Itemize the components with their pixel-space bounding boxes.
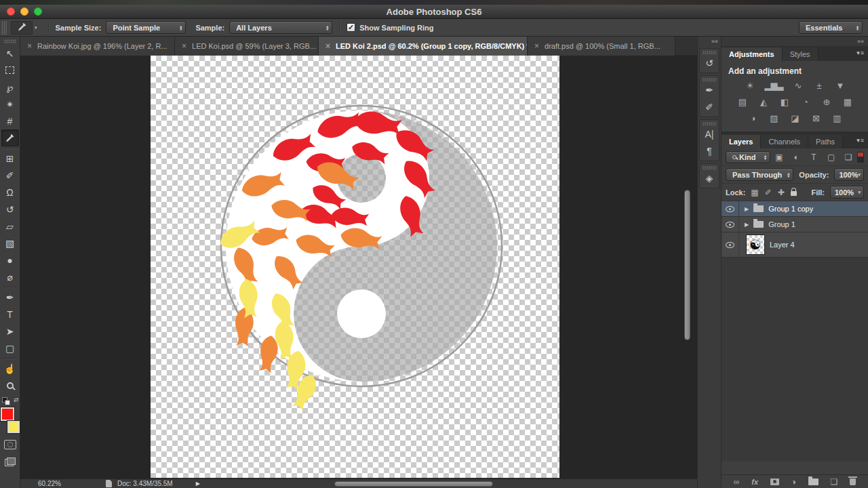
foreground-color-swatch[interactable] [1, 407, 14, 421]
shape-tool[interactable]: ▢ [1, 340, 19, 357]
layer-row-content[interactable]: ▶Group 1 copy [739, 201, 868, 216]
type-tool[interactable]: T [1, 306, 19, 323]
disclosure-triangle-icon[interactable]: ▶ [745, 222, 749, 228]
selective-color-icon[interactable]: ▥ [831, 113, 843, 123]
panel-menu-icon[interactable]: ▾≡ [856, 137, 865, 144]
eyedropper-tool[interactable] [1, 129, 19, 146]
layer-mask-icon[interactable] [770, 479, 779, 485]
tab-paths[interactable]: Paths [808, 135, 843, 148]
color-lookup-icon[interactable]: ▦ [842, 96, 854, 107]
color-balance-icon[interactable]: ◭ [757, 96, 770, 107]
hue-saturation-icon[interactable]: ▤ [736, 96, 749, 107]
adjustment-layer-icon[interactable]: ◑ [791, 477, 796, 487]
vibrance-icon[interactable]: ▼ [834, 80, 846, 91]
document-tab[interactable]: ×draft.psd @ 100% (Small 1, RGB... [528, 37, 675, 56]
close-tab-icon[interactable]: × [27, 41, 32, 51]
lock-transparency-icon[interactable]: ▦ [751, 188, 758, 197]
layer-row-content[interactable]: ☯Layer 4 [739, 232, 868, 257]
black-white-icon[interactable]: ◧ [778, 96, 791, 107]
close-tab-icon[interactable]: × [326, 41, 330, 51]
dodge-tool[interactable]: ⌀ [1, 268, 19, 285]
layer-fx-icon[interactable]: fx [751, 478, 758, 486]
horizontal-scrollbar[interactable] [334, 481, 493, 487]
type-filter-icon[interactable]: T [805, 152, 823, 162]
magic-wand-tool[interactable]: ✴ [1, 96, 19, 113]
brush-tool[interactable]: ✐ [1, 167, 19, 184]
smart-filter-icon[interactable]: ❏ [840, 152, 857, 162]
levels-icon[interactable]: ▂▆▃ [765, 80, 783, 91]
threshold-icon[interactable]: ◪ [789, 113, 801, 123]
shape-filter-icon[interactable]: ▢ [823, 152, 840, 162]
filter-kind-select[interactable]: Kind ▴▾ [726, 151, 770, 163]
eye-icon[interactable] [726, 222, 734, 228]
pixel-filter-icon[interactable]: ▣ [770, 152, 788, 162]
character-panel-icon[interactable]: A| [700, 125, 719, 142]
invert-icon[interactable]: ◑ [747, 113, 759, 123]
adjustment-filter-icon[interactable]: ◐ [788, 152, 806, 162]
panel-menu-icon[interactable]: ▾≡ [856, 49, 865, 56]
layer-thumbnail[interactable]: ☯ [746, 235, 765, 255]
lock-all-icon[interactable] [791, 191, 797, 196]
zoom-percent-field[interactable]: 60.22% [38, 480, 85, 487]
path-selection-tool[interactable]: ➤ [1, 323, 19, 340]
tab-styles[interactable]: Styles [783, 47, 818, 61]
exposure-icon[interactable]: ± [813, 80, 825, 91]
history-brush-tool[interactable]: ↺ [1, 201, 19, 218]
gradient-map-icon[interactable]: ⊠ [810, 113, 822, 123]
document-tab[interactable]: ×Rainbow Koi.jpg @ 196% (Layer 2, R... [20, 37, 175, 56]
default-swatches[interactable]: ⇄ [1, 396, 19, 406]
new-layer-icon[interactable]: ❏ [831, 477, 838, 487]
expand-dock-icon[interactable]: «« [698, 37, 721, 46]
photo-filter-icon[interactable]: ◔ [800, 96, 812, 107]
lock-move-icon[interactable]: ✚ [778, 188, 785, 197]
visibility-cell[interactable] [722, 232, 739, 257]
close-tab-icon[interactable]: × [182, 41, 186, 51]
opacity-select[interactable]: 100% ▾ [834, 168, 864, 181]
layer-row-content[interactable]: ▶Group 1 [739, 217, 868, 232]
visibility-cell[interactable] [722, 217, 739, 232]
vertical-scrollbar[interactable] [684, 190, 690, 340]
document-tab[interactable]: ×LED Koi 2.psd @ 60.2% (Group 1 copy, RG… [319, 37, 528, 56]
collapse-panels-icon[interactable]: »» [722, 37, 868, 46]
fill-select[interactable]: 100% ▾ [830, 186, 864, 199]
canvas-area[interactable] [20, 56, 697, 479]
tab-adjustments[interactable]: Adjustments [722, 47, 783, 61]
brush-presets-panel-icon[interactable]: ✒ [700, 81, 719, 98]
delete-layer-icon[interactable] [850, 479, 856, 485]
hand-tool[interactable]: ☝ [1, 360, 19, 377]
link-layers-icon[interactable]: ∞ [734, 477, 740, 487]
channel-mixer-icon[interactable]: ⊕ [821, 96, 833, 107]
layer-filter-toggle[interactable] [857, 152, 864, 163]
visibility-cell[interactable] [722, 201, 739, 216]
eye-icon[interactable] [726, 206, 734, 212]
show-sampling-ring-checkbox[interactable]: ✓ [347, 23, 355, 32]
tab-channels[interactable]: Channels [761, 135, 808, 148]
screen-mode-button[interactable] [5, 458, 16, 466]
tools-grip[interactable] [4, 39, 16, 43]
sample-size-select[interactable]: Point Sample ▴▾ [106, 21, 186, 34]
curves-icon[interactable]: ∿ [792, 80, 804, 91]
eraser-tool[interactable]: ▱ [1, 218, 19, 235]
brightness-contrast-icon[interactable]: ☀ [744, 80, 756, 91]
document-tab[interactable]: ×LED Koi.psd @ 59% (Layer 3, RGB... [175, 37, 319, 56]
document-canvas[interactable] [151, 56, 559, 478]
paint-bucket-tool[interactable]: ▧ [1, 235, 19, 251]
swap-colors-icon[interactable]: ⇄ [14, 396, 19, 403]
tool-preset-chevron[interactable]: ▾ [35, 25, 37, 30]
blur-tool[interactable]: ● [1, 251, 19, 268]
current-tool-button[interactable] [11, 21, 33, 35]
quick-mask-button[interactable] [4, 440, 16, 449]
eye-icon[interactable] [726, 242, 734, 248]
brush-panel-icon[interactable]: ✐ [700, 98, 719, 115]
layer-row[interactable]: ☯Layer 4 [722, 232, 868, 258]
rect-marquee-tool[interactable] [1, 62, 19, 79]
layer-row[interactable]: ▶Group 1 copy [722, 201, 868, 217]
close-tab-icon[interactable]: × [534, 41, 539, 51]
background-color-swatch[interactable] [7, 421, 20, 433]
options-grip[interactable] [1, 21, 7, 35]
new-group-icon[interactable] [808, 479, 818, 485]
posterize-icon[interactable]: ▨ [768, 113, 780, 123]
crop-tool[interactable]: # [1, 113, 19, 129]
disclosure-triangle-icon[interactable]: ▶ [745, 206, 749, 212]
blend-mode-select[interactable]: Pass Through ▴▾ [726, 168, 793, 181]
